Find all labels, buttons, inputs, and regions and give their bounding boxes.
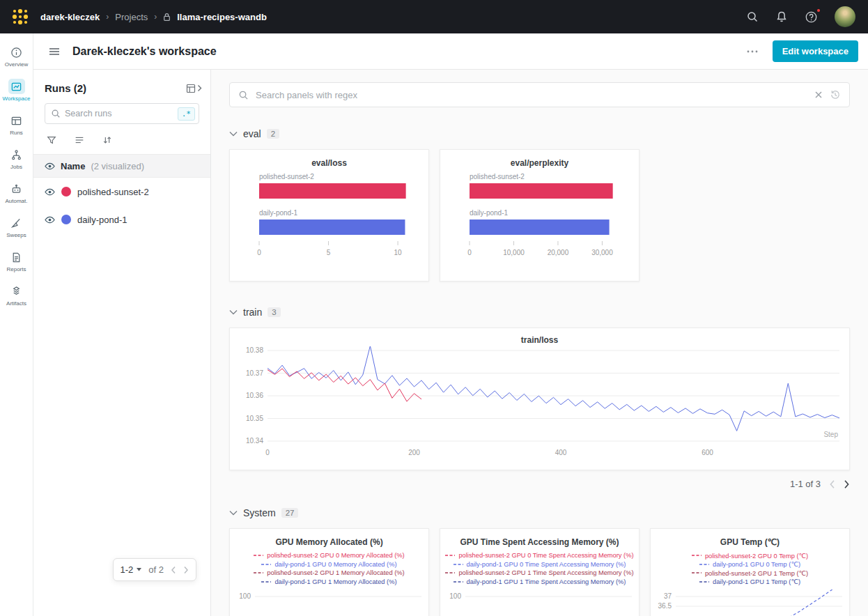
run-row: polished-sunset-2 (33, 178, 210, 206)
filter-funnel-icon[interactable] (46, 134, 57, 146)
sort-icon[interactable] (102, 134, 113, 146)
runs-search-input[interactable] (65, 109, 173, 118)
eval-cards-row: eval/loss polished-sunset-2daily-pond-10… (229, 149, 850, 282)
visibility-all-eye-icon[interactable] (45, 161, 55, 171)
sidebar-item-runs[interactable]: Runs (0, 107, 33, 141)
panel-card-eval-perplexity[interactable]: eval/perplexity polished-sunset-2daily-p… (440, 149, 640, 282)
next-panels-chevron-icon[interactable] (844, 479, 850, 489)
page-size-dropdown[interactable]: 1-2 (121, 564, 142, 575)
regex-toggle-button[interactable]: .* (178, 107, 195, 121)
run-color-dot[interactable] (61, 187, 71, 197)
avatar[interactable] (835, 6, 855, 27)
legend-label: polished-sunset-2 GPU 0 Temp (℃) (705, 552, 808, 560)
top-navbar: darek-kleczek › Projects › llama-recipes… (0, 0, 868, 33)
clear-search-close-icon[interactable] (814, 91, 823, 99)
svg-text:10.36: 10.36 (246, 392, 263, 399)
chart-plot-preview[interactable]: 100 (440, 590, 639, 616)
help-icon[interactable] (805, 10, 818, 24)
section-collapse-chevron-icon[interactable] (229, 510, 238, 516)
search-icon[interactable] (746, 10, 759, 23)
legend-dash-icon (254, 553, 263, 557)
legend-item: polished-sunset-2 GPU 0 Memory Allocated… (230, 551, 428, 560)
chevron-right-icon (197, 84, 202, 92)
breadcrumb-user[interactable]: darek-kleczek (40, 12, 100, 22)
legend-label: daily-pond-1 GPU 0 Time Spent Accessing … (467, 561, 626, 568)
prev-panels-chevron-icon[interactable] (829, 479, 835, 489)
prev-page-chevron-icon[interactable] (171, 566, 176, 574)
run-color-dot[interactable] (61, 215, 71, 224)
sidebar-item-sweeps[interactable]: Sweeps (0, 210, 33, 244)
section-collapse-chevron-icon[interactable] (229, 131, 238, 137)
panel-card-gpu-memory[interactable]: GPU Memory Allocated (%) polished-sunset… (229, 528, 429, 616)
chart-plot-preview[interactable]: 100 (230, 590, 428, 616)
svg-text:600: 600 (702, 449, 713, 456)
lock-icon (163, 13, 171, 22)
panel-page-indicator: 1-1 of 3 (790, 479, 821, 489)
sidebar-item-automations[interactable]: Automat. (0, 176, 33, 210)
legend-label: polished-sunset-2 GPU 0 Memory Allocated… (267, 552, 404, 559)
chart-strip-svg: 100 (440, 590, 639, 616)
automations-robot-icon (8, 181, 25, 197)
run-row: daily-pond-1 (33, 206, 210, 233)
rail-item-label: Sweeps (6, 233, 26, 238)
svg-text:10.38: 10.38 (246, 346, 263, 354)
panel-card-eval-loss[interactable]: eval/loss polished-sunset-2daily-pond-10… (229, 149, 429, 282)
svg-text:100: 100 (449, 592, 461, 600)
run-name[interactable]: daily-pond-1 (77, 215, 127, 225)
legend-label: polished-sunset-2 GPU 1 Time Spent Acces… (458, 569, 633, 576)
hamburger-menu-icon[interactable] (49, 46, 60, 57)
panel-card-gpu-temp[interactable]: GPU Temp (℃) polished-sunset-2 GPU 0 Tem… (650, 528, 850, 616)
legend-dash-icon (692, 571, 702, 575)
legend-label: daily-pond-1 GPU 1 Time Spent Accessing … (467, 578, 626, 585)
chart-legend: polished-sunset-2 GPU 0 Time Spent Acces… (440, 551, 639, 586)
legend-label: polished-sunset-2 GPU 1 Memory Allocated… (267, 569, 404, 576)
legend-label: daily-pond-1 GPU 0 Memory Allocated (%) (274, 561, 396, 568)
section-label[interactable]: train (243, 307, 262, 318)
legend-dash-icon (454, 562, 463, 567)
breadcrumb-projects[interactable]: Projects (115, 12, 148, 22)
legend-dash-icon (261, 580, 271, 584)
run-visibility-eye-icon[interactable] (45, 215, 55, 225)
panel-card-gpu-time[interactable]: GPU Time Spent Accessing Memory (%) poli… (440, 528, 640, 616)
sidebar-item-overview[interactable]: Overview (0, 39, 33, 73)
sidebar-item-jobs[interactable]: Jobs (0, 141, 33, 176)
info-icon (8, 45, 25, 60)
sidebar-item-artifacts[interactable]: Artifacts (0, 278, 33, 312)
run-name[interactable]: polished-sunset-2 (77, 187, 149, 197)
section-label[interactable]: eval (243, 128, 261, 139)
wandb-logo[interactable] (0, 8, 40, 26)
reports-document-icon (8, 249, 25, 265)
runs-sidebar: Runs (2) (33, 70, 211, 616)
sweeps-broom-icon (8, 215, 25, 231)
svg-text:daily-pond-1: daily-pond-1 (259, 209, 297, 217)
sidebar-item-reports[interactable]: Reports (0, 244, 33, 278)
next-page-chevron-icon[interactable] (183, 566, 189, 574)
eval-perplexity-bar-chart[interactable]: polished-sunset-2daily-pond-1010,00020,0… (440, 171, 639, 268)
rail-item-label: Artifacts (6, 301, 26, 307)
runs-table-expand-button[interactable] (186, 84, 202, 93)
group-rows-icon[interactable] (74, 134, 85, 146)
legend-item: polished-sunset-2 GPU 0 Temp (℃) (651, 551, 849, 560)
panel-search-input[interactable] (256, 90, 807, 100)
section-collapse-chevron-icon[interactable] (229, 309, 238, 315)
rail-item-label: Reports (6, 267, 26, 272)
history-icon[interactable] (830, 89, 841, 100)
line-chart-svg: 10.3410.3510.3610.3710.380200400600Step (230, 346, 849, 463)
run-visibility-eye-icon[interactable] (45, 187, 55, 197)
breadcrumb-project[interactable]: llama-recipes-wandb (177, 12, 267, 22)
eval-loss-bar-chart[interactable]: polished-sunset-2daily-pond-10510 (230, 171, 428, 268)
more-options-icon[interactable] (743, 47, 761, 56)
legend-label: daily-pond-1 GPU 0 Temp (℃) (713, 560, 800, 568)
svg-text:10.35: 10.35 (246, 415, 263, 422)
train-loss-line-chart[interactable]: 10.3410.3510.3610.3710.380200400600Step (230, 346, 849, 463)
bar-chart-svg: polished-sunset-2daily-pond-10510 (230, 171, 428, 268)
svg-text:polished-sunset-2: polished-sunset-2 (259, 173, 314, 180)
panel-card-train-loss[interactable]: train/loss 10.3410.3510.3610.3710.380200… (229, 328, 850, 470)
sidebar-item-workspace[interactable]: Workspace (0, 73, 33, 107)
notifications-bell-icon[interactable] (775, 10, 788, 23)
section-label[interactable]: System (243, 507, 276, 518)
edit-workspace-button[interactable]: Edit workspace (773, 40, 858, 62)
section-header-eval: eval 2 (229, 128, 850, 139)
chart-plot-preview[interactable]: 3736.5 (651, 590, 849, 616)
chart-strip-svg: 100 (230, 590, 428, 616)
